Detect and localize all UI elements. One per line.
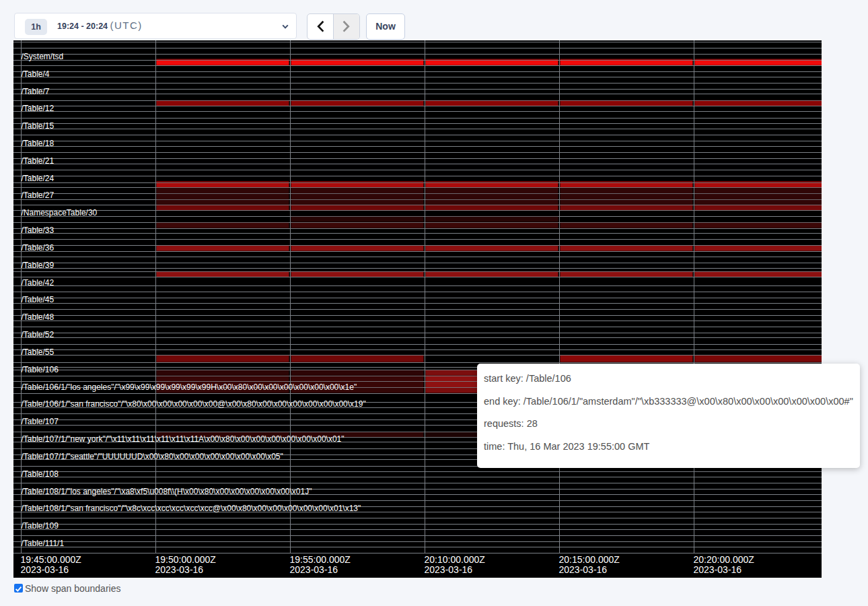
svg-text:/Table/107/1/"seattle"/"UUUUUU: /Table/107/1/"seattle"/"UUUUUUD\x00\x80\… <box>22 452 283 461</box>
svg-text:/Table/33: /Table/33 <box>22 226 55 235</box>
svg-text:/Table/21: /Table/21 <box>22 156 55 166</box>
svg-text:/NamespaceTable/30: /NamespaceTable/30 <box>22 208 98 217</box>
svg-text:/Table/111/1: /Table/111/1 <box>22 539 65 548</box>
svg-text:2023-03-16: 2023-03-16 <box>425 564 473 575</box>
svg-text:/Table/18: /Table/18 <box>22 139 55 148</box>
svg-text:20:15:00.000Z: 20:15:00.000Z <box>559 554 620 565</box>
svg-text:/Table/7: /Table/7 <box>22 87 50 96</box>
svg-text:/Table/55: /Table/55 <box>22 347 55 357</box>
svg-text:2023-03-16: 2023-03-16 <box>21 564 69 575</box>
svg-text:/Table/42: /Table/42 <box>22 278 55 288</box>
svg-text:20:20:00.000Z: 20:20:00.000Z <box>694 554 755 565</box>
svg-text:/Table/109: /Table/109 <box>22 521 59 531</box>
svg-text:/Table/52: /Table/52 <box>22 330 55 339</box>
svg-text:/Table/24: /Table/24 <box>22 174 55 183</box>
svg-text:/Table/106: /Table/106 <box>22 365 59 374</box>
svg-text:/Table/108/1/"los angeles"/"\x: /Table/108/1/"los angeles"/"\xa8\xf5\u00… <box>22 487 312 496</box>
svg-text:/Table/107/1/"new york"/"\x11\: /Table/107/1/"new york"/"\x11\x11\x11\x1… <box>22 434 345 444</box>
svg-text:2023-03-16: 2023-03-16 <box>559 564 608 575</box>
svg-text:/Table/108/1/"san francisco"/": /Table/108/1/"san francisco"/"\x8c\xcc\x… <box>22 504 361 513</box>
svg-text:2023-03-16: 2023-03-16 <box>155 564 204 575</box>
svg-text:/Table/106/1/"san francisco"/": /Table/106/1/"san francisco"/"\x80\x00\x… <box>22 399 366 409</box>
svg-text:/Table/48: /Table/48 <box>22 312 55 322</box>
svg-text:/Table/15: /Table/15 <box>22 121 55 131</box>
svg-text:2023-03-16: 2023-03-16 <box>694 564 742 575</box>
svg-text:19:45:00.000Z: 19:45:00.000Z <box>21 554 82 565</box>
svg-text:/Table/106/1/"los angeles"/"\x: /Table/106/1/"los angeles"/"\x99\x99\x99… <box>22 382 357 392</box>
svg-text:2023-03-16: 2023-03-16 <box>290 564 338 575</box>
svg-text:/Table/108: /Table/108 <box>22 469 59 479</box>
svg-text:/Table/12: /Table/12 <box>22 104 55 113</box>
svg-text:19:55:00.000Z: 19:55:00.000Z <box>290 554 351 565</box>
svg-text:20:10:00.000Z: 20:10:00.000Z <box>425 554 486 565</box>
svg-text:/Table/45: /Table/45 <box>22 295 55 304</box>
svg-text:/Table/107: /Table/107 <box>22 417 59 426</box>
svg-text:/Table/27: /Table/27 <box>22 191 55 200</box>
svg-text:/Table/36: /Table/36 <box>22 243 55 252</box>
svg-text:/System/tsd: /System/tsd <box>22 52 64 61</box>
svg-text:/Table/4: /Table/4 <box>22 69 50 79</box>
svg-text:/Table/39: /Table/39 <box>22 261 55 270</box>
svg-text:19:50:00.000Z: 19:50:00.000Z <box>155 554 217 565</box>
